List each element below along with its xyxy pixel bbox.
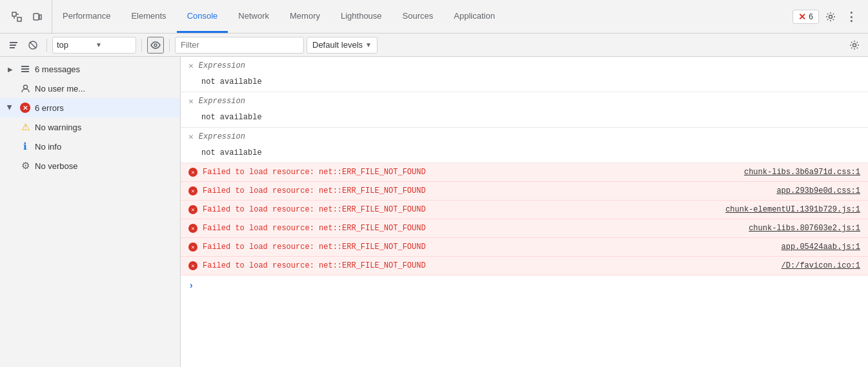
expression-close-1[interactable]: ✕ xyxy=(188,61,194,71)
error-link[interactable]: chunk-libs.3b6a971d.css:1 xyxy=(744,168,860,177)
console-output: ✕ Expression not available ✕ Expression … xyxy=(181,57,868,367)
error-link[interactable]: chunk-libs.807603e2.js:1 xyxy=(749,224,860,233)
expression-value-3: not available xyxy=(181,146,868,163)
svg-point-11 xyxy=(853,43,856,46)
list-icon xyxy=(19,63,31,75)
tab-lighthouse[interactable]: Lighthouse xyxy=(330,0,392,33)
error-row[interactable]: ✕ Failed to load resource: net::ERR_FILE… xyxy=(181,163,868,182)
error-count-badge[interactable]: ✕ 6 xyxy=(792,10,819,24)
levels-label: Default levels xyxy=(312,40,363,50)
warning-triangle-icon: ⚠ xyxy=(19,121,31,133)
log-levels-button[interactable]: Default levels ▼ xyxy=(307,37,378,54)
error-link[interactable]: chunk-elementUI.1391b729.js:1 xyxy=(725,205,860,214)
sidebar-item-verbose[interactable]: ▶ ⚙ No verbose xyxy=(0,156,180,175)
live-expression-button[interactable] xyxy=(147,37,164,54)
svg-rect-13 xyxy=(21,68,29,70)
warnings-label: No warnings xyxy=(35,123,175,132)
svg-rect-0 xyxy=(12,12,16,16)
svg-rect-14 xyxy=(21,71,29,72)
error-message: Failed to load resource: net::ERR_FILE_N… xyxy=(203,205,720,214)
error-message: Failed to load resource: net::ERR_FILE_N… xyxy=(203,186,771,195)
errors-label: 6 errors xyxy=(35,103,175,113)
error-link[interactable]: app.05424aab.js:1 xyxy=(782,243,860,252)
sidebar-item-warnings[interactable]: ▶ ⚠ No warnings xyxy=(0,117,180,137)
error-rows-container: ✕ Failed to load resource: net::ERR_FILE… xyxy=(181,163,868,275)
error-x-icon: ✕ xyxy=(798,12,806,22)
expression-value-1: not available xyxy=(181,75,868,92)
device-toolbar-button[interactable] xyxy=(28,8,46,26)
levels-chevron-icon: ▼ xyxy=(365,41,372,48)
console-toolbar: top ▼ Default levels ▼ xyxy=(0,34,868,57)
error-message: Failed to load resource: net::ERR_FILE_N… xyxy=(203,243,776,252)
expression-header-2: ✕ Expression xyxy=(181,92,868,110)
expression-group-1: ✕ Expression not available xyxy=(181,57,868,92)
info-label: No info xyxy=(35,142,175,152)
error-message: Failed to load resource: net::ERR_FILE_N… xyxy=(203,224,743,233)
user-messages-label: No user me... xyxy=(35,84,175,94)
user-icon xyxy=(19,83,31,94)
error-row-icon: ✕ xyxy=(188,205,197,214)
error-row[interactable]: ✕ Failed to load resource: net::ERR_FILE… xyxy=(181,182,868,201)
error-row-icon: ✕ xyxy=(188,186,197,195)
svg-rect-12 xyxy=(21,66,29,67)
devtools-icons xyxy=(3,0,52,33)
expression-label-3: Expression xyxy=(199,132,245,141)
expression-header-3: ✕ Expression xyxy=(181,128,868,146)
svg-line-9 xyxy=(30,42,36,48)
error-row-icon: ✕ xyxy=(188,261,197,270)
svg-rect-2 xyxy=(34,14,39,20)
info-circle-icon: ℹ xyxy=(19,141,31,152)
sidebar-item-info[interactable]: ▶ ℹ No info xyxy=(0,137,180,156)
tab-memory[interactable]: Memory xyxy=(279,0,330,33)
filter-input[interactable] xyxy=(175,37,304,54)
context-value: top xyxy=(57,40,93,50)
tab-sources[interactable]: Sources xyxy=(392,0,444,33)
context-chevron-icon: ▼ xyxy=(96,41,132,48)
console-settings-button[interactable] xyxy=(846,37,863,54)
error-circle-icon: ✕ xyxy=(19,102,31,114)
error-row[interactable]: ✕ Failed to load resource: net::ERR_FILE… xyxy=(181,219,868,238)
errors-arrow-icon: ▶ xyxy=(5,103,15,113)
svg-rect-5 xyxy=(10,42,17,43)
block-button[interactable] xyxy=(25,37,41,54)
svg-rect-6 xyxy=(10,45,16,46)
toolbar-divider-2 xyxy=(141,39,142,52)
error-message: Failed to load resource: net::ERR_FILE_N… xyxy=(203,261,776,270)
expression-close-2[interactable]: ✕ xyxy=(188,96,194,106)
verbose-gear-icon: ⚙ xyxy=(19,160,31,172)
error-message: Failed to load resource: net::ERR_FILE_N… xyxy=(203,168,739,177)
error-row[interactable]: ✕ Failed to load resource: net::ERR_FILE… xyxy=(181,201,868,219)
tab-network[interactable]: Network xyxy=(228,0,279,33)
expression-close-3[interactable]: ✕ xyxy=(188,132,194,142)
main-tabs: Performance Elements Console Network Mem… xyxy=(52,0,787,33)
tab-elements[interactable]: Elements xyxy=(121,0,176,33)
error-row[interactable]: ✕ Failed to load resource: net::ERR_FILE… xyxy=(181,238,868,257)
sidebar-item-messages[interactable]: ▶ 6 messages xyxy=(0,59,180,79)
more-options-button[interactable]: ⋮ xyxy=(842,8,860,26)
topbar-right: ✕ 6 ⋮ xyxy=(787,8,865,26)
tab-application[interactable]: Application xyxy=(443,0,505,33)
clear-console-button[interactable] xyxy=(5,37,22,54)
messages-arrow-icon: ▶ xyxy=(5,64,15,74)
svg-point-10 xyxy=(154,44,157,46)
expression-group-2: ✕ Expression not available xyxy=(181,92,868,128)
sidebar-item-errors[interactable]: ▶ ✕ 6 errors xyxy=(0,98,180,117)
error-link[interactable]: app.293b9e0d.css:1 xyxy=(776,186,860,195)
svg-rect-3 xyxy=(39,15,41,19)
error-row-icon: ✕ xyxy=(188,243,197,252)
error-link[interactable]: /D:/favicon.ico:1 xyxy=(782,261,860,270)
toolbar-divider-3 xyxy=(169,39,170,52)
sidebar-item-user-messages[interactable]: ▶ No user me... xyxy=(0,79,180,98)
inspect-element-button[interactable] xyxy=(8,8,26,26)
tab-performance[interactable]: Performance xyxy=(52,0,121,33)
error-row[interactable]: ✕ Failed to load resource: net::ERR_FILE… xyxy=(181,257,868,275)
main-content: ▶ 6 messages ▶ No user me... xyxy=(0,57,868,367)
error-row-icon: ✕ xyxy=(188,224,197,233)
expression-header-1: ✕ Expression xyxy=(181,57,868,75)
context-selector[interactable]: top ▼ xyxy=(52,37,136,54)
tab-console[interactable]: Console xyxy=(177,0,228,33)
settings-button[interactable] xyxy=(822,8,840,26)
toolbar-divider-1 xyxy=(46,39,47,52)
console-prompt[interactable]: › xyxy=(181,275,868,296)
svg-point-4 xyxy=(829,15,833,18)
